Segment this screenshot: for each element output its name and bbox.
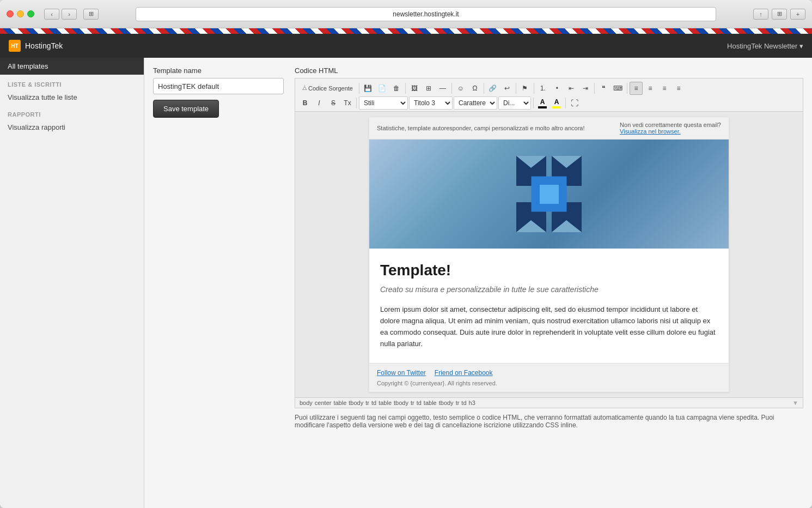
delete-button[interactable]: 🗑: [390, 82, 403, 95]
tag-tbody-2: tbody: [394, 400, 408, 406]
app-name: HostingTek: [25, 41, 63, 50]
heading-select[interactable]: Titolo 3: [409, 96, 453, 110]
tag-table-2: table: [378, 400, 392, 406]
email-preview: Statistiche, template autoresponder, cam…: [369, 117, 729, 392]
text-color-button[interactable]: A: [536, 96, 549, 110]
bottom-info: Puoi utilizzare i seguenti tag nei campi…: [295, 408, 803, 434]
sidebar-section-liste: LISTE & ISCRITTI: [0, 75, 144, 90]
sidebar-section-rapporti: RAPPORTI: [0, 105, 144, 120]
save-template-button[interactable]: Save template: [153, 100, 219, 118]
close-button[interactable]: [7, 10, 14, 17]
clear-format-button[interactable]: Tx: [341, 96, 354, 110]
ordered-list-button[interactable]: 1.: [536, 82, 550, 95]
share-button[interactable]: ↑: [753, 9, 768, 20]
logo-center-inner: [540, 185, 559, 204]
sidebar: All templates LISTE & ISCRITTI Visualizz…: [0, 58, 144, 508]
forward-button[interactable]: ›: [62, 9, 77, 20]
toolbar-separator-8: [627, 83, 627, 94]
unordered-list-button[interactable]: •: [551, 82, 564, 95]
tag-tr-2: tr: [411, 400, 414, 406]
editor-frame[interactable]: Statistiche, template autoresponder, cam…: [295, 111, 803, 398]
tag-table-1: table: [333, 400, 346, 406]
tag-center: center: [315, 400, 332, 406]
maximize-button[interactable]: [27, 10, 34, 17]
indent-button[interactable]: ⇤: [565, 82, 578, 95]
envelope-flap-tr: [552, 156, 582, 186]
email-body: Template! Creato su misura e personalizz…: [369, 249, 729, 363]
tag-tbody-1: tbody: [349, 400, 363, 406]
resize-handle[interactable]: ▼: [792, 400, 798, 406]
template-name-input[interactable]: [153, 78, 284, 94]
twitter-link[interactable]: Follow on Twitter: [377, 369, 426, 377]
toolbar-separator-10: [533, 98, 534, 108]
email-hero: [369, 140, 729, 249]
url-bar[interactable]: newsletter.hostingtek.it: [136, 7, 716, 21]
toolbar-row-1: ⧊ Codice Sorgente 💾 📄 🗑 🖼 ⊞ —: [297, 81, 801, 96]
minimize-button[interactable]: [17, 10, 24, 17]
tag-body: body: [300, 400, 313, 406]
new-tab-button[interactable]: ⊞: [772, 9, 787, 20]
fullscreen-button[interactable]: ⛶: [568, 96, 581, 110]
view-in-browser-link[interactable]: Visualizza nel browser.: [620, 128, 681, 135]
unlink-button[interactable]: ↩: [500, 82, 514, 95]
toolbar-separator-2: [405, 83, 406, 94]
sidebar-item-all-templates[interactable]: All templates: [0, 58, 144, 75]
editor-toolbar: ⧊ Codice Sorgente 💾 📄 🗑 🖼 ⊞ —: [295, 78, 803, 111]
tag-td-3: td: [461, 400, 466, 406]
envelope-flap-br: [552, 202, 582, 232]
traffic-lights: [7, 10, 34, 17]
strikethrough-button[interactable]: S: [327, 96, 340, 110]
back-button[interactable]: ‹: [44, 9, 59, 20]
nav-user-menu[interactable]: HostingTek Newsletter ▾: [727, 42, 803, 50]
sidebar-link-visualizza-rapporti[interactable]: Visualizza rapporti: [0, 120, 144, 135]
align-justify-button[interactable]: ≡: [672, 82, 685, 95]
footer-links: Follow on Twitter Friend on Facebook: [377, 369, 721, 377]
logo-graphic: [505, 156, 593, 232]
logo-icon: HT: [9, 40, 21, 52]
email-topbar: Statistiche, template autoresponder, cam…: [369, 117, 729, 140]
toolbar-separator-5: [516, 83, 516, 94]
outdent-button[interactable]: ⇥: [579, 82, 592, 95]
sidebar-toggle[interactable]: ⊞: [83, 9, 99, 20]
bold-button[interactable]: B: [298, 96, 312, 110]
save-icon-button[interactable]: 💾: [362, 82, 375, 95]
source-code-button[interactable]: ⧊ Codice Sorgente: [298, 82, 357, 95]
template-form: Template name Save template: [153, 66, 284, 118]
align-center-button[interactable]: ≡: [644, 82, 657, 95]
facebook-link[interactable]: Friend on Facebook: [435, 369, 493, 377]
titlebar: ‹ › ⊞ newsletter.hostingtek.it ↑ ⊞ +: [0, 0, 812, 28]
template-name-label: Template name: [153, 66, 284, 75]
tag-h3: h3: [469, 400, 475, 406]
blockquote-button[interactable]: ❝: [597, 82, 610, 95]
tag-td-1: td: [371, 400, 376, 406]
hr-button[interactable]: —: [436, 82, 449, 95]
table-button[interactable]: ⊞: [422, 82, 435, 95]
styles-select[interactable]: Stili: [359, 96, 408, 110]
special-chars-button[interactable]: Ω: [468, 82, 481, 95]
align-right-button[interactable]: ≡: [658, 82, 671, 95]
link-button[interactable]: 🔗: [486, 82, 499, 95]
toolbar-separator-1: [359, 83, 359, 94]
url-text: newsletter.hostingtek.it: [393, 10, 459, 18]
emoji-button[interactable]: ☺: [454, 82, 467, 95]
code-button[interactable]: ⌨: [611, 82, 625, 95]
new-doc-button[interactable]: 📄: [376, 82, 389, 95]
tag-tbody-3: tbody: [439, 400, 454, 406]
italic-button[interactable]: I: [313, 96, 326, 110]
highlight-color-button[interactable]: A: [550, 96, 563, 110]
tag-td-2: td: [417, 400, 422, 406]
app-header: HT HostingTek HostingTek Newsletter ▾: [0, 34, 812, 58]
flag-button[interactable]: ⚑: [518, 82, 532, 95]
size-select[interactable]: Di...: [498, 96, 531, 110]
sidebar-link-visualizza-liste[interactable]: Visualizza tutte le liste: [0, 90, 144, 105]
align-left-button[interactable]: ≡: [630, 82, 643, 95]
main-layout: All templates LISTE & ISCRITTI Visualizz…: [0, 58, 812, 508]
email-body-text: Lorem ipsum dolor sit amet, consectetur …: [380, 304, 718, 349]
toolbar-separator-4: [484, 83, 484, 94]
image-button[interactable]: 🖼: [408, 82, 421, 95]
plus-button[interactable]: +: [790, 9, 805, 20]
font-select[interactable]: Carattere: [454, 96, 497, 110]
mail-stripe-decoration: [0, 28, 812, 34]
toolbar-separator-11: [565, 98, 566, 108]
email-subtitle: Creato su misura e personalizzabile in t…: [380, 283, 718, 295]
